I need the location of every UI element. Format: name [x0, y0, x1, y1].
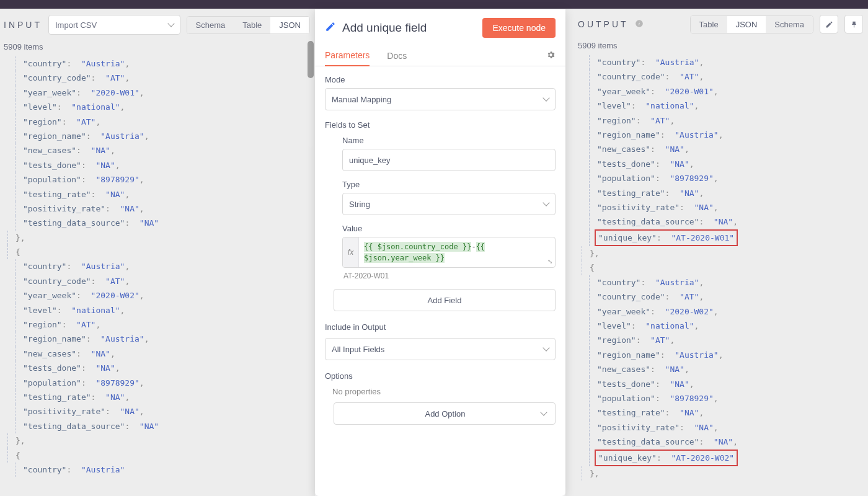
json-brace: },: [582, 466, 868, 480]
pin-output-button[interactable]: [844, 15, 863, 33]
scrollbar[interactable]: [308, 36, 314, 148]
view-tab-table[interactable]: Table: [234, 17, 270, 33]
json-field-row: "region_name": "Austria",: [15, 332, 315, 346]
view-tab-json[interactable]: JSON: [270, 17, 309, 33]
json-field-row: "new_cases": "NA",: [15, 143, 315, 157]
field-name-value: unique_key: [349, 156, 391, 165]
fx-icon: fx: [343, 237, 359, 267]
input-node-selected: Import CSV: [55, 20, 97, 30]
fields-to-set-label: Fields to Set: [325, 120, 556, 130]
input-item-count: 5909 items: [0, 40, 315, 54]
json-field-row: "region_name": "Austria",: [589, 348, 868, 362]
add-option-button[interactable]: Add Option: [334, 402, 556, 425]
json-field-row: "year_week": "2020-W01",: [15, 86, 315, 100]
output-json-view[interactable]: "country": "Austria","country_code": "AT…: [565, 53, 868, 496]
json-brace: {: [7, 448, 315, 463]
expression-code[interactable]: {{ $json.country_code }}-{{ $json.year_w…: [359, 237, 555, 267]
expression-result: AT-2020-W01: [343, 272, 556, 280]
json-field-row: "tests_done": "NA",: [589, 377, 868, 391]
dialog-title: Add unique field: [342, 21, 476, 35]
tab-docs[interactable]: Docs: [387, 46, 407, 66]
json-field-row: "year_week": "2020-W02",: [15, 288, 315, 303]
json-field-row: "country": "Austria",: [589, 275, 868, 290]
json-field-row: "testing_data_source": "NA",: [589, 215, 868, 229]
chevron-down-icon: [542, 344, 549, 351]
json-field-row: "level": "national",: [15, 100, 315, 114]
gear-icon[interactable]: [546, 50, 556, 61]
field-type-label: Type: [342, 180, 556, 189]
json-field-row: "year_week": "2020-W01",: [589, 84, 868, 99]
json-field-row: "region": "AT",: [15, 317, 315, 332]
view-tab-json[interactable]: JSON: [727, 16, 766, 33]
json-field-row: "country_code": "AT",: [589, 69, 868, 84]
json-field-row: "region": "AT",: [589, 333, 868, 347]
json-field-row: "country_code": "AT",: [589, 290, 868, 304]
json-field-row: "testing_data_source": "NA": [15, 419, 315, 433]
output-view-tabs: TableJSONSchema: [690, 16, 813, 33]
json-field-row: "new_cases": "NA",: [15, 347, 315, 361]
include-select[interactable]: All Input Fields: [325, 338, 556, 360]
execute-node-button[interactable]: Execute node: [482, 18, 556, 38]
add-option-label: Add Option: [349, 409, 541, 418]
view-tab-schema[interactable]: Schema: [766, 16, 813, 33]
include-value: All Input Fields: [332, 345, 384, 354]
field-value-label: Value: [342, 224, 556, 233]
json-field-row: "positivity_rate": "NA",: [15, 202, 315, 216]
json-field-row: "country": "Austria",: [15, 56, 315, 71]
chevron-down-icon: [542, 94, 549, 101]
json-field-row: "positivity_rate": "NA",: [15, 404, 315, 418]
json-field-row: "tests_done": "NA",: [15, 361, 315, 375]
json-field-row: "testing_rate": "NA",: [15, 390, 315, 404]
output-title: OUTPUT: [578, 19, 629, 29]
chevron-down-icon: [542, 199, 549, 206]
field-type-select[interactable]: String: [342, 193, 556, 215]
json-field-row: "level": "national",: [15, 303, 315, 317]
field-entry: Name unique_key Type String Value fx {{ …: [325, 136, 556, 280]
json-field-row: "year_week": "2020-W02",: [589, 304, 868, 319]
json-field-row: "population": "8978929",: [15, 376, 315, 390]
chevron-down-icon: [540, 409, 547, 415]
input-view-tabs: SchemaTableJSON: [187, 16, 310, 34]
json-field-row: "region_name": "Austria",: [15, 129, 315, 143]
json-field-row: "country": "Austria",: [589, 55, 868, 69]
scrollbar-thumb[interactable]: [308, 41, 314, 78]
json-field-row: "region_name": "Austria",: [589, 128, 868, 142]
json-field-row: "tests_done": "NA",: [589, 157, 868, 171]
field-type-value: String: [349, 200, 370, 209]
dialog-tabs: Parameters Docs: [315, 45, 565, 66]
json-field-row: "positivity_rate": "NA",: [589, 420, 868, 435]
view-tab-table[interactable]: Table: [691, 16, 727, 33]
json-field-row: "new_cases": "NA",: [589, 142, 868, 156]
json-field-row: "population": "8978929",: [589, 391, 868, 405]
include-label: Include in Output: [325, 322, 556, 332]
json-brace: {: [582, 260, 868, 275]
output-item-count: 5909 items: [565, 38, 868, 53]
expand-icon[interactable]: ⤡: [547, 258, 552, 265]
chevron-down-icon: [167, 20, 174, 27]
view-tab-schema[interactable]: Schema: [187, 17, 234, 33]
input-title: INPUT: [4, 20, 42, 30]
input-header: INPUT Import CSV SchemaTableJSON: [0, 9, 315, 40]
json-field-row: "testing_rate": "NA",: [589, 186, 868, 200]
expr-segment-1: {{ $json.country_code }}: [364, 242, 471, 252]
json-brace: },: [582, 246, 868, 260]
options-label: Options: [325, 371, 556, 381]
json-field-row: "population": "8978929",: [589, 171, 868, 185]
json-field-row: "country_code": "AT",: [15, 71, 315, 85]
dialog-body: Mode Manual Mapping Fields to Set Name u…: [315, 66, 565, 496]
json-field-row: "unique_key": "AT-2020-W02": [589, 450, 868, 466]
input-json-view[interactable]: "country": "Austria","country_code": "AT…: [0, 54, 315, 496]
tab-parameters[interactable]: Parameters: [325, 45, 370, 66]
expression-input[interactable]: fx {{ $json.country_code }}-{{ $json.yea…: [342, 237, 556, 268]
output-header: OUTPUT i TableJSONSchema: [565, 9, 868, 38]
add-field-button[interactable]: Add Field: [334, 289, 556, 311]
input-panel: INPUT Import CSV SchemaTableJSON 5909 it…: [0, 9, 315, 496]
mode-select[interactable]: Manual Mapping: [325, 88, 556, 110]
field-name-input[interactable]: unique_key: [342, 149, 556, 171]
json-field-row: "level": "national",: [589, 99, 868, 113]
edit-output-button[interactable]: [820, 15, 838, 33]
json-field-row: "region": "AT",: [589, 113, 868, 128]
input-node-select[interactable]: Import CSV: [48, 15, 180, 35]
json-field-row: "testing_rate": "NA",: [15, 187, 315, 202]
info-icon[interactable]: i: [635, 19, 644, 30]
